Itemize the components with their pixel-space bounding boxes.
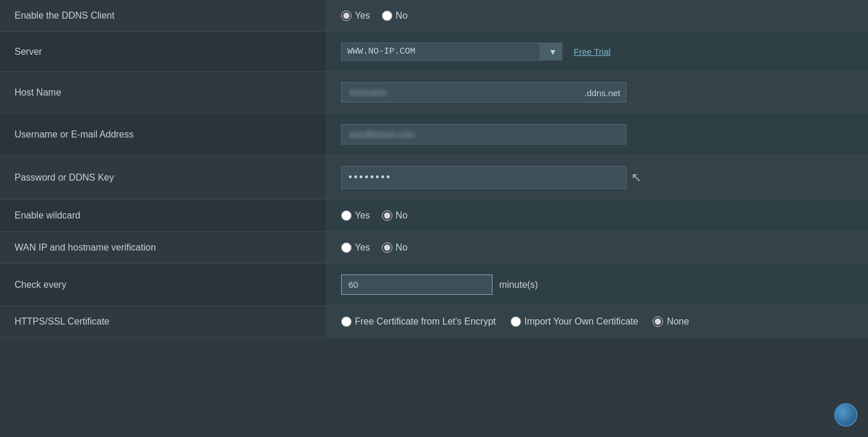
- ddns-settings-table: Enable the DDNS ClientYesNoServerWWW.NO-…: [0, 0, 868, 338]
- radio-group-enable-wildcard: YesNo: [341, 210, 854, 221]
- server-select-wrapper: WWW.NO-IP.COMDynDNSOther▼: [341, 43, 562, 61]
- radio-https-ssl-0[interactable]: [341, 316, 352, 327]
- server-select[interactable]: WWW.NO-IP.COMDynDNSOther: [341, 43, 562, 61]
- radio-label-https-ssl-2[interactable]: None: [653, 316, 689, 327]
- label-enable-wildcard: Enable wildcard: [0, 200, 326, 232]
- radio-label-https-ssl-1[interactable]: Import Your Own Certificate: [511, 316, 639, 327]
- minutes-label: minute(s): [499, 280, 538, 290]
- radio-text-https-ssl-2: None: [667, 316, 689, 327]
- check-every-input[interactable]: [341, 274, 493, 295]
- radio-enable-ddns-yes[interactable]: [341, 10, 352, 21]
- radio-label-enable-wildcard-no[interactable]: No: [382, 210, 408, 221]
- radio-text-enable-ddns-yes: Yes: [355, 10, 370, 21]
- radio-enable-ddns-no[interactable]: [382, 10, 392, 21]
- radio-group-wan-ip: YesNo: [341, 242, 854, 253]
- label-https-ssl: HTTPS/SSL Certificate: [0, 306, 326, 338]
- value-password: ↖: [326, 156, 868, 200]
- value-https-ssl: Free Certificate from Let's EncryptImpor…: [326, 306, 868, 338]
- label-wan-ip: WAN IP and hostname verification: [0, 232, 326, 264]
- radio-text-wan-ip-no: No: [396, 242, 408, 253]
- label-username: Username or E-mail Address: [0, 114, 326, 156]
- radio-wan-ip-no[interactable]: [382, 242, 392, 253]
- radio-label-wan-ip-yes[interactable]: Yes: [341, 242, 370, 253]
- radio-text-wan-ip-yes: Yes: [355, 242, 370, 253]
- host-name-wrap: .ddns.net: [341, 82, 854, 103]
- radio-text-https-ssl-0: Free Certificate from Let's Encrypt: [355, 316, 496, 327]
- password-input[interactable]: [341, 166, 626, 189]
- value-username: [326, 114, 868, 156]
- server-select-wrap: WWW.NO-IP.COMDynDNSOther▼Free Trial: [341, 43, 854, 61]
- free-trial-link[interactable]: Free Trial: [574, 47, 611, 57]
- password-wrap: ↖: [341, 166, 854, 189]
- label-server: Server: [0, 32, 326, 72]
- radio-text-https-ssl-1: Import Your Own Certificate: [525, 316, 639, 327]
- radio-label-wan-ip-no[interactable]: No: [382, 242, 408, 253]
- label-check-every: Check every: [0, 264, 326, 306]
- label-enable-ddns: Enable the DDNS Client: [0, 0, 326, 32]
- value-server: WWW.NO-IP.COMDynDNSOther▼Free Trial: [326, 32, 868, 72]
- value-check-every: minute(s): [326, 264, 868, 306]
- check-every-wrap: minute(s): [341, 274, 854, 295]
- radio-enable-wildcard-no[interactable]: [382, 210, 392, 221]
- radio-https-ssl-1[interactable]: [511, 316, 521, 327]
- radio-text-enable-wildcard-yes: Yes: [355, 210, 370, 221]
- value-enable-wildcard: YesNo: [326, 200, 868, 232]
- radio-group-enable-ddns: YesNo: [341, 10, 854, 21]
- value-enable-ddns: YesNo: [326, 0, 868, 32]
- value-wan-ip: YesNo: [326, 232, 868, 264]
- scroll-button[interactable]: [834, 403, 858, 427]
- username-input[interactable]: [341, 124, 626, 145]
- radio-text-enable-wildcard-no: No: [396, 210, 408, 221]
- radio-wan-ip-yes[interactable]: [341, 242, 352, 253]
- radio-group-https-ssl: Free Certificate from Let's EncryptImpor…: [341, 316, 854, 327]
- radio-label-https-ssl-0[interactable]: Free Certificate from Let's Encrypt: [341, 316, 496, 327]
- value-host-name: .ddns.net: [326, 72, 868, 114]
- host-name-input[interactable]: [341, 82, 626, 103]
- radio-label-enable-ddns-no[interactable]: No: [382, 10, 408, 21]
- radio-label-enable-ddns-yes[interactable]: Yes: [341, 10, 370, 21]
- radio-enable-wildcard-yes[interactable]: [341, 210, 352, 221]
- radio-text-enable-ddns-no: No: [396, 10, 408, 21]
- radio-label-enable-wildcard-yes[interactable]: Yes: [341, 210, 370, 221]
- host-name-outer: .ddns.net: [341, 82, 626, 103]
- radio-https-ssl-2[interactable]: [653, 316, 663, 327]
- cursor-icon: ↖: [631, 170, 642, 185]
- label-password: Password or DDNS Key: [0, 156, 326, 200]
- label-host-name: Host Name: [0, 72, 326, 114]
